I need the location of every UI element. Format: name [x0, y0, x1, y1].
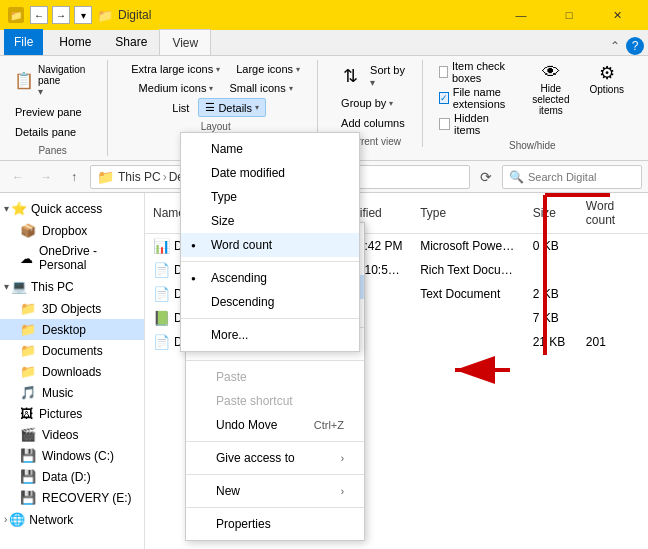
path-this-pc[interactable]: This PC	[118, 170, 161, 184]
column-size[interactable]: Size	[525, 204, 578, 222]
file-name-extensions-row: ✓ File name extensions	[439, 86, 514, 110]
drive-icon: 💾	[20, 490, 36, 505]
column-word-count[interactable]: Word count	[578, 197, 648, 229]
small-icons-button[interactable]: Small icons ▾	[222, 79, 299, 97]
hide-selected-button[interactable]: 👁 Hide selected items	[522, 60, 579, 118]
window-title: Digital	[118, 8, 151, 22]
folder-icon: 📁	[20, 322, 36, 337]
menu-item-size[interactable]: Size	[181, 209, 359, 233]
folder-icon: 📁	[20, 343, 36, 358]
quick-access-back[interactable]: ←	[30, 6, 48, 24]
file-name-extensions-checkbox[interactable]: ✓	[439, 92, 449, 104]
column-type[interactable]: Type	[412, 204, 524, 222]
tab-file[interactable]: File	[4, 29, 43, 55]
hide-options-col: 👁 Hide selected items	[522, 60, 579, 118]
menu-separator	[181, 318, 359, 319]
back-button[interactable]: ←	[6, 165, 30, 189]
bullet-icon: ●	[191, 274, 196, 283]
sidebar-item-data-d[interactable]: 💾 Data (D:)	[0, 466, 144, 487]
navigation-pane-button[interactable]: 📋 Navigation pane ▾	[8, 60, 97, 101]
show-hide-label: Show/hide	[509, 136, 556, 151]
dropdown-arrow: ▾	[209, 84, 213, 93]
file-wordcount-cell	[578, 244, 648, 248]
menu-item-word-count[interactable]: ● Word count	[181, 233, 359, 257]
preview-pane-button[interactable]: Preview pane	[8, 103, 89, 121]
menu-item-more[interactable]: More...	[181, 323, 359, 347]
details-pane-button[interactable]: Details pane	[8, 123, 83, 141]
group-by-button[interactable]: Group by ▾	[334, 94, 400, 112]
quick-access-dropdown[interactable]: ▾	[74, 6, 92, 24]
show-hide-content: Item check boxes ✓ File name extensions …	[439, 60, 626, 136]
app-icon: 📁	[8, 7, 24, 23]
sidebar-item-quick-access[interactable]: ▾ ⭐ Quick access	[0, 197, 144, 220]
maximize-button[interactable]: □	[546, 0, 592, 30]
menu-item-new[interactable]: New ›	[186, 479, 364, 503]
menu-item-undo-move[interactable]: Undo Move Ctrl+Z	[186, 413, 364, 437]
menu-item-type[interactable]: Type	[181, 185, 359, 209]
menu-item-descending[interactable]: Descending	[181, 290, 359, 314]
pictures-icon: 🖼	[20, 406, 33, 421]
tab-view[interactable]: View	[159, 29, 211, 55]
ribbon-collapse-btn[interactable]: ⌃	[606, 37, 624, 55]
hidden-items-checkbox[interactable]	[439, 118, 450, 130]
large-icons-button[interactable]: Large icons ▾	[229, 60, 307, 78]
menu-item-date-modified[interactable]: Date modified	[181, 161, 359, 185]
sidebar-item-dropbox[interactable]: 📦 Dropbox	[0, 220, 144, 241]
help-button[interactable]: ?	[626, 37, 644, 55]
menu-item-ascending[interactable]: ● Ascending	[181, 266, 359, 290]
sidebar-item-music[interactable]: 🎵 Music	[0, 382, 144, 403]
up-button[interactable]: ↑	[62, 165, 86, 189]
sidebar-item-network[interactable]: › 🌐 Network	[0, 508, 144, 531]
folder-path-icon: 📁	[97, 169, 114, 185]
menu-separator	[186, 507, 364, 508]
sidebar-item-windows-c[interactable]: 💾 Windows (C:)	[0, 445, 144, 466]
refresh-button[interactable]: ⟳	[474, 165, 498, 189]
sidebar-item-onedrive[interactable]: ☁ OneDrive - Personal	[0, 241, 144, 275]
dropdown-arrow: ▾	[296, 65, 300, 74]
panes-label: Panes	[38, 141, 66, 156]
item-checkboxes-checkbox[interactable]	[439, 66, 448, 78]
file-wordcount-cell: 201	[578, 333, 648, 351]
sidebar-item-recovery-e[interactable]: 💾 RECOVERY (E:)	[0, 487, 144, 508]
title-bar-left: 📁 ← → ▾ 📁 Digital	[8, 6, 151, 24]
sidebar-item-documents[interactable]: 📁 Documents	[0, 340, 144, 361]
sidebar-item-downloads[interactable]: 📁 Downloads	[0, 361, 144, 382]
file-size-cell: 2 KB	[525, 285, 578, 303]
layout-row1: Extra large icons ▾ Large icons ▾	[124, 60, 307, 78]
medium-icons-button[interactable]: Medium icons ▾	[132, 79, 221, 97]
sidebar-item-3d-objects[interactable]: 📁 3D Objects	[0, 298, 144, 319]
bullet-icon: ●	[191, 241, 196, 250]
dropdown-arrow: ▾	[255, 103, 259, 112]
layout-buttons: Extra large icons ▾ Large icons ▾ Medium…	[124, 60, 307, 117]
hide-icon: 👁	[542, 62, 560, 83]
nav-pane-label: Navigation pane ▾	[38, 64, 92, 97]
videos-icon: 🎬	[20, 427, 36, 442]
menu-item-give-access[interactable]: Give access to ›	[186, 446, 364, 470]
list-button[interactable]: List	[165, 98, 196, 117]
menu-item-name[interactable]: Name	[181, 137, 359, 161]
context-menu-2: Name Date modified Type Size ● Word coun…	[180, 132, 360, 352]
sidebar-item-videos[interactable]: 🎬 Videos	[0, 424, 144, 445]
sort-by-label: Sort by ▾	[370, 64, 405, 88]
search-input[interactable]	[528, 171, 635, 183]
close-button[interactable]: ✕	[594, 0, 640, 30]
folder-icon: 📁	[20, 301, 36, 316]
options-button[interactable]: ⚙ Options	[588, 60, 626, 97]
details-button[interactable]: ☰ Details ▾	[198, 98, 266, 117]
checkboxes-col: Item check boxes ✓ File name extensions …	[439, 60, 514, 136]
file-size-cell: 21 KB	[525, 333, 578, 351]
sidebar-item-pictures[interactable]: 🖼 Pictures	[0, 403, 144, 424]
sidebar-item-desktop[interactable]: 📁 Desktop	[0, 319, 144, 340]
minimize-button[interactable]: —	[498, 0, 544, 30]
forward-button[interactable]: →	[34, 165, 58, 189]
tab-share[interactable]: Share	[103, 29, 159, 55]
hidden-items-row: Hidden items	[439, 112, 514, 136]
menu-item-properties[interactable]: Properties	[186, 512, 364, 536]
quick-access-forward[interactable]: →	[52, 6, 70, 24]
sort-by-icon-button[interactable]: ⇅	[334, 60, 366, 92]
tab-home[interactable]: Home	[47, 29, 103, 55]
file-type-cell: Rich Text Document	[412, 261, 524, 279]
sidebar-item-this-pc[interactable]: ▾ 💻 This PC	[0, 275, 144, 298]
add-columns-button[interactable]: Add columns	[334, 114, 412, 132]
extra-large-icons-button[interactable]: Extra large icons ▾	[124, 60, 227, 78]
